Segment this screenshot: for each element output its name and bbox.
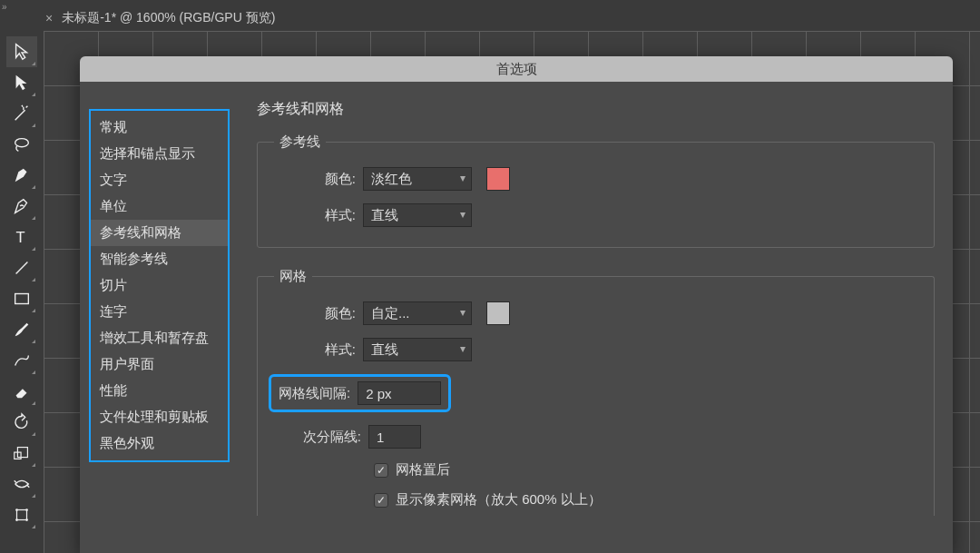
close-icon[interactable]: × — [45, 11, 53, 25]
selection-tool[interactable] — [6, 36, 37, 67]
show-pixel-grid-label: 显示像素网格（放大 600% 以上） — [396, 491, 602, 509]
svg-point-10 — [25, 518, 28, 521]
category-hyphenation[interactable]: 连字 — [91, 299, 228, 325]
category-selection-anchor[interactable]: 选择和锚点显示 — [91, 141, 228, 167]
category-units[interactable]: 单位 — [91, 193, 228, 220]
guides-style-label: 样式: — [274, 207, 356, 224]
preference-content-pane: 参考线和网格 参考线 颜色: 淡红色 样式: 直线 网格 颜色: 自定... — [239, 82, 953, 553]
type-tool[interactable]: T — [6, 222, 37, 252]
magic-wand-tool[interactable] — [6, 98, 37, 129]
category-smart-guides[interactable]: 智能参考线 — [91, 246, 228, 272]
category-type[interactable]: 文字 — [91, 167, 228, 193]
guides-style-select[interactable]: 直线 — [363, 203, 472, 227]
direct-selection-tool[interactable] — [6, 67, 37, 98]
svg-point-7 — [15, 509, 18, 511]
dialog-title: 首选项 — [80, 56, 953, 82]
subdivisions-label: 次分隔线: — [274, 429, 361, 446]
lasso-tool[interactable] — [6, 129, 37, 160]
grid-style-select[interactable]: 直线 — [363, 338, 472, 361]
grid-style-label: 样式: — [274, 341, 356, 359]
svg-rect-3 — [15, 294, 29, 304]
rotate-tool[interactable] — [6, 407, 37, 438]
paintbrush-tool[interactable] — [6, 314, 37, 345]
svg-line-2 — [16, 262, 28, 274]
category-guides-grid[interactable]: 参考线和网格 — [91, 220, 228, 246]
gridline-every-input[interactable] — [358, 381, 441, 405]
category-plugins-scratch[interactable]: 增效工具和暂存盘 — [91, 325, 228, 351]
svg-text:T: T — [16, 229, 25, 245]
pen-tool[interactable] — [6, 160, 37, 191]
gridline-every-highlight: 网格线间隔: — [269, 374, 451, 412]
shaper-tool[interactable] — [6, 345, 37, 376]
guides-color-select[interactable]: 淡红色 — [363, 167, 472, 191]
svg-rect-6 — [17, 510, 27, 520]
grids-in-back-checkbox[interactable] — [374, 463, 388, 478]
pane-title: 参考线和网格 — [257, 100, 935, 119]
svg-point-8 — [25, 509, 28, 511]
grid-color-label: 颜色: — [274, 305, 356, 322]
grid-color-select[interactable]: 自定... — [363, 301, 472, 325]
free-transform-tool[interactable] — [6, 499, 37, 530]
grid-group: 网格 颜色: 自定... 样式: 直线 网格线间隔: 次分 — [257, 268, 935, 516]
document-tab[interactable]: × 未标题-1* @ 1600% (RGB/GPU 预览) — [45, 7, 275, 29]
rectangle-tool[interactable] — [6, 283, 37, 314]
preference-category-list: 常规 选择和锚点显示 文字 单位 参考线和网格 智能参考线 切片 连字 增效工具… — [89, 109, 230, 462]
guides-color-label: 颜色: — [274, 171, 356, 188]
category-ui[interactable]: 用户界面 — [91, 351, 228, 378]
preferences-dialog: 首选项 常规 选择和锚点显示 文字 单位 参考线和网格 智能参考线 切片 连字 … — [80, 56, 953, 553]
guides-color-swatch[interactable] — [486, 167, 510, 191]
category-general[interactable]: 常规 — [91, 114, 228, 141]
grid-legend: 网格 — [274, 268, 312, 285]
eraser-tool[interactable] — [6, 376, 37, 407]
scale-tool[interactable] — [6, 438, 37, 469]
grids-in-back-label: 网格置后 — [396, 461, 450, 479]
svg-point-0 — [15, 139, 29, 147]
grid-color-swatch[interactable] — [486, 301, 510, 325]
category-slices[interactable]: 切片 — [91, 272, 228, 299]
guides-group: 参考线 颜色: 淡红色 样式: 直线 — [257, 133, 935, 248]
category-black-appearance[interactable]: 黑色外观 — [91, 430, 228, 457]
document-title: 未标题-1* @ 1600% (RGB/GPU 预览) — [62, 10, 275, 26]
subdivisions-input[interactable] — [368, 425, 421, 449]
curvature-tool[interactable] — [6, 191, 37, 222]
category-performance[interactable]: 性能 — [91, 378, 228, 404]
chevron-double-right-icon[interactable]: » — [2, 2, 7, 12]
line-segment-tool[interactable] — [6, 252, 37, 283]
gridline-every-label: 网格线间隔: — [279, 385, 350, 402]
width-tool[interactable] — [6, 469, 37, 499]
category-file-clipboard[interactable]: 文件处理和剪贴板 — [91, 404, 228, 430]
show-pixel-grid-checkbox[interactable] — [374, 493, 388, 508]
tool-palette: T — [0, 31, 44, 530]
guides-legend: 参考线 — [274, 133, 326, 151]
svg-point-9 — [15, 518, 18, 521]
